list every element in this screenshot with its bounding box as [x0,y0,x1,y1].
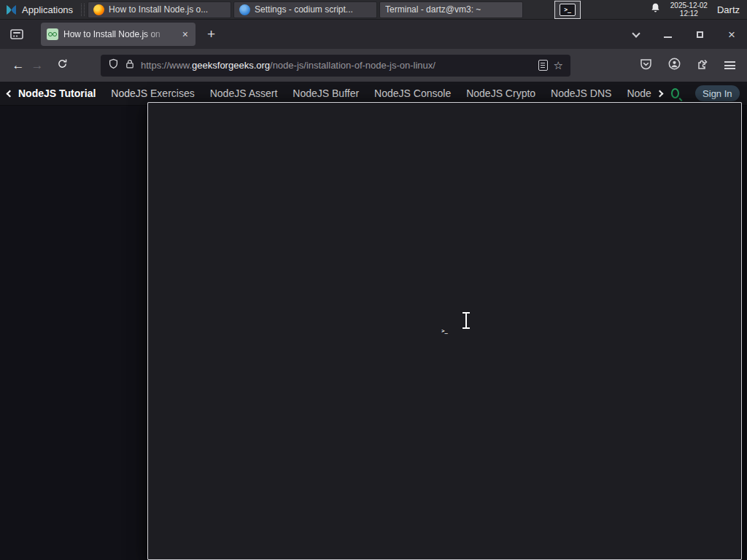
new-tab-button[interactable]: + [207,26,215,42]
firefox-icon [93,4,104,15]
clock-date: 2025-12-02 [670,1,708,9]
taskbar-button[interactable]: >_Terminal - dartz@vm3: ~ [379,1,523,18]
bookmark-star-icon[interactable]: ☆ [554,60,563,71]
reload-button[interactable] [53,58,71,73]
menu-hamburger-icon[interactable] [724,61,735,69]
url-bar[interactable]: https://www.geeksforgeeks.org/node-js/in… [101,55,570,77]
site-nav-item-label: Node [627,88,651,99]
clock-time: 12:12 [670,9,708,18]
taskbar-button[interactable]: Settings - codium script... [233,1,377,18]
taskbar: How to Install Node.js o...Settings - co… [88,1,525,18]
site-nav-item-label: NodeJS Tutorial [18,88,96,99]
site-nav-item[interactable]: NodeJS Exercises [111,88,194,99]
taskbar-button-label: Settings - codium script... [255,4,353,15]
panel-separator [81,4,85,16]
taskbar-button-label: Terminal - dartz@vm3: ~ [385,4,481,15]
system-top-bar: Applications How to Install Node.js o...… [0,0,747,20]
site-nav-item-label: NodeJS Buffer [293,88,359,99]
panel-clock[interactable]: 2025-12-02 12:12 [670,1,708,18]
system-tray: 2025-12-02 12:12 Dartz [650,1,747,18]
site-nav-item[interactable]: NodeJS Assert [210,88,278,99]
taskbar-button-label: How to Install Node.js o... [109,4,208,15]
applications-menu[interactable]: Applications [0,0,78,19]
account-icon[interactable] [668,58,681,73]
site-nav-items: NodeJS TutorialNodeJS ExercisesNodeJS As… [7,88,662,99]
search-icon[interactable] [671,88,679,98]
user-menu[interactable]: Dartz [717,4,740,15]
distro-logo-icon [5,4,18,16]
window-close-button[interactable]: × [728,28,735,41]
terminal-icon: >_ [560,4,576,16]
gfg-favicon-icon [47,28,58,40]
site-nav-item-label: NodeJS DNS [551,88,611,99]
tab-close-icon[interactable]: × [181,28,190,41]
site-nav-item[interactable]: NodeJS Buffer [293,88,359,99]
site-nav-item[interactable]: NodeJS DNS [551,88,611,99]
desktop-screen: Applications How to Install Node.js o...… [0,0,747,560]
tracking-shield-icon[interactable] [108,58,119,73]
codium-icon [239,4,250,15]
url-text: https://www.geeksforgeeks.org/node-js/in… [141,60,533,71]
site-nav-item-label: NodeJS Crypto [466,88,535,99]
list-all-tabs-icon[interactable] [632,29,640,37]
extensions-icon[interactable] [697,58,708,73]
sign-in-button[interactable]: Sign In [695,85,740,101]
lock-icon[interactable] [125,58,135,72]
applications-label: Applications [22,4,73,15]
chevron-left-icon [7,90,14,97]
window-minimize-button[interactable] [664,36,672,38]
browser-tab-bar: How to Install Node.js on × + × [0,20,747,49]
pocket-icon[interactable] [640,58,652,73]
tab-title: How to Install Node.js on [63,29,176,39]
forward-button: → [28,58,47,73]
back-button[interactable]: ← [9,58,28,73]
site-nav-item[interactable]: NodeJS Console [374,88,451,99]
chevron-right-icon[interactable] [656,90,663,97]
browser-toolbar: ← → https://www.geeksforgeeks.org/node-j… [0,49,747,82]
site-nav-item-label: NodeJS Exercises [111,88,194,99]
site-nav-item-label: NodeJS Assert [210,88,278,99]
window-maximize-button[interactable] [697,31,703,38]
site-nav-item-label: NodeJS Console [374,88,451,99]
reader-mode-icon[interactable] [538,60,548,71]
site-nav-item[interactable]: Node [627,88,662,99]
firefox-view-button[interactable] [6,24,28,44]
site-nav-item[interactable]: NodeJS Crypto [466,88,535,99]
browser-tab-active[interactable]: How to Install Node.js on × [41,23,196,46]
notification-bell-icon[interactable] [650,2,661,17]
site-nav-item[interactable]: NodeJS Tutorial [7,88,96,99]
taskbar-button[interactable]: How to Install Node.js o... [88,1,231,18]
terminal-launcher[interactable]: >_ [554,1,581,19]
